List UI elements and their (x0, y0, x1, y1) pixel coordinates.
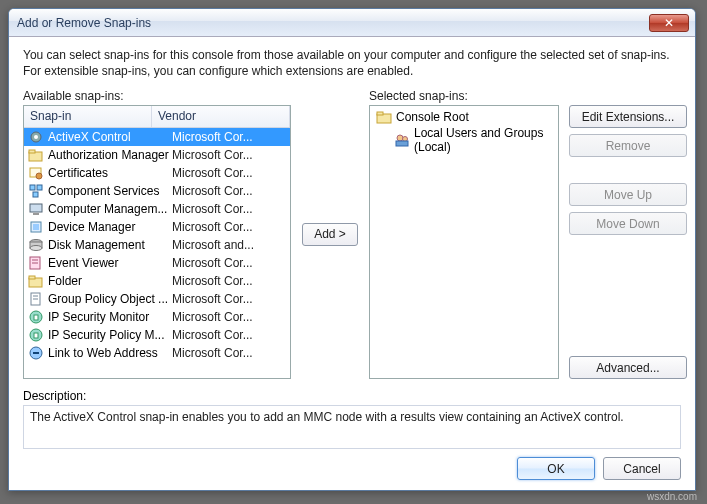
add-column: Add > (301, 89, 359, 379)
list-item[interactable]: Group Policy Object ...Microsoft Cor... (24, 290, 290, 308)
snapin-vendor: Microsoft Cor... (172, 220, 253, 234)
tree-item-label: Local Users and Groups (Local) (414, 126, 552, 154)
footer-buttons: OK Cancel (23, 449, 681, 480)
snapin-vendor: Microsoft Cor... (172, 184, 253, 198)
component-icon (28, 183, 44, 199)
intro-text: You can select snap-ins for this console… (23, 47, 681, 79)
selected-tree[interactable]: Console Root Local Users and Groups (Loc… (369, 105, 559, 379)
tree-root-label: Console Root (396, 110, 469, 124)
snapin-vendor: Microsoft Cor... (172, 256, 253, 270)
close-icon: ✕ (664, 16, 674, 30)
available-column: Available snap-ins: Snap-in Vendor Activ… (23, 89, 291, 379)
snapin-name: Disk Management (48, 238, 172, 252)
close-button[interactable]: ✕ (649, 14, 689, 32)
listview-body[interactable]: ActiveX ControlMicrosoft Cor...Authoriza… (24, 128, 290, 378)
list-item[interactable]: IP Security Policy M...Microsoft Cor... (24, 326, 290, 344)
svg-point-15 (30, 246, 42, 251)
client-area: You can select snap-ins for this console… (9, 37, 695, 490)
advanced-button[interactable]: Advanced... (569, 356, 687, 379)
snapin-name: Authorization Manager (48, 148, 172, 162)
description-box: The ActiveX Control snap-in enables you … (23, 405, 681, 449)
snapin-vendor: Microsoft Cor... (172, 292, 253, 306)
tree-item[interactable]: Local Users and Groups (Local) (394, 126, 552, 154)
list-item[interactable]: Computer Managem...Microsoft Cor... (24, 200, 290, 218)
col-header-vendor[interactable]: Vendor (152, 106, 290, 127)
snapin-name: IP Security Monitor (48, 310, 172, 324)
list-item[interactable]: Component ServicesMicrosoft Cor... (24, 182, 290, 200)
list-item[interactable]: CertificatesMicrosoft Cor... (24, 164, 290, 182)
list-item[interactable]: Authorization ManagerMicrosoft Cor... (24, 146, 290, 164)
ipsec-icon (28, 327, 44, 343)
col-header-snapin[interactable]: Snap-in (24, 106, 152, 127)
available-listbox[interactable]: Snap-in Vendor ActiveX ControlMicrosoft … (23, 105, 291, 379)
folder-icon (28, 147, 44, 163)
snapin-name: Group Policy Object ... (48, 292, 172, 306)
folder-icon (28, 273, 44, 289)
listview-header: Snap-in Vendor (24, 106, 290, 128)
snapin-name: ActiveX Control (48, 130, 172, 144)
gear-icon (28, 129, 44, 145)
doc-icon (28, 291, 44, 307)
snapin-vendor: Microsoft Cor... (172, 148, 253, 162)
svg-point-5 (36, 173, 42, 179)
snapin-name: Folder (48, 274, 172, 288)
svg-point-31 (397, 135, 403, 141)
move-down-button[interactable]: Move Down (569, 212, 687, 235)
snapin-vendor: Microsoft Cor... (172, 328, 253, 342)
link-icon (28, 345, 44, 361)
svg-rect-25 (34, 315, 38, 320)
remove-button[interactable]: Remove (569, 134, 687, 157)
snapin-name: IP Security Policy M... (48, 328, 172, 342)
folder-icon (376, 110, 392, 124)
svg-rect-3 (29, 150, 35, 153)
snapin-name: Link to Web Address (48, 346, 172, 360)
snapin-name: Device Manager (48, 220, 172, 234)
description-group: Description: The ActiveX Control snap-in… (23, 389, 681, 449)
snapin-vendor: Microsoft Cor... (172, 274, 253, 288)
svg-rect-10 (33, 213, 39, 215)
list-item[interactable]: Link to Web AddressMicrosoft Cor... (24, 344, 290, 362)
svg-rect-20 (29, 276, 35, 279)
snapin-name: Certificates (48, 166, 172, 180)
description-label: Description: (23, 389, 681, 403)
ipsec-icon (28, 309, 44, 325)
list-item[interactable]: Event ViewerMicrosoft Cor... (24, 254, 290, 272)
add-button[interactable]: Add > (302, 223, 358, 246)
titlebar[interactable]: Add or Remove Snap-ins ✕ (9, 9, 695, 37)
device-icon (28, 219, 44, 235)
svg-rect-27 (34, 333, 38, 338)
ok-button[interactable]: OK (517, 457, 595, 480)
svg-rect-30 (377, 112, 383, 115)
event-icon (28, 255, 44, 271)
snapin-vendor: Microsoft Cor... (172, 130, 253, 144)
svg-rect-7 (37, 185, 42, 190)
main-columns: Available snap-ins: Snap-in Vendor Activ… (23, 89, 681, 379)
title-text: Add or Remove Snap-ins (17, 16, 151, 30)
svg-rect-6 (30, 185, 35, 190)
cert-icon (28, 165, 44, 181)
list-item[interactable]: Device ManagerMicrosoft Cor... (24, 218, 290, 236)
edit-extensions-button[interactable]: Edit Extensions... (569, 105, 687, 128)
users-icon (394, 132, 410, 148)
available-label: Available snap-ins: (23, 89, 291, 103)
selected-column: Selected snap-ins: Console Root Local Us… (369, 89, 559, 379)
snapin-vendor: Microsoft Cor... (172, 346, 253, 360)
watermark: wsxdn.com (647, 491, 697, 502)
list-item[interactable]: Disk ManagementMicrosoft and... (24, 236, 290, 254)
computer-icon (28, 201, 44, 217)
snapin-vendor: Microsoft Cor... (172, 202, 253, 216)
selected-label: Selected snap-ins: (369, 89, 559, 103)
disk-icon (28, 237, 44, 253)
list-item[interactable]: FolderMicrosoft Cor... (24, 272, 290, 290)
snapin-name: Computer Managem... (48, 202, 172, 216)
move-up-button[interactable]: Move Up (569, 183, 687, 206)
tree-root[interactable]: Console Root (376, 110, 552, 124)
list-item[interactable]: IP Security MonitorMicrosoft Cor... (24, 308, 290, 326)
list-item[interactable]: ActiveX ControlMicrosoft Cor... (24, 128, 290, 146)
svg-rect-12 (33, 224, 39, 230)
svg-point-1 (34, 135, 38, 139)
snapin-name: Event Viewer (48, 256, 172, 270)
cancel-button[interactable]: Cancel (603, 457, 681, 480)
snapin-vendor: Microsoft Cor... (172, 166, 253, 180)
svg-rect-8 (33, 192, 38, 197)
